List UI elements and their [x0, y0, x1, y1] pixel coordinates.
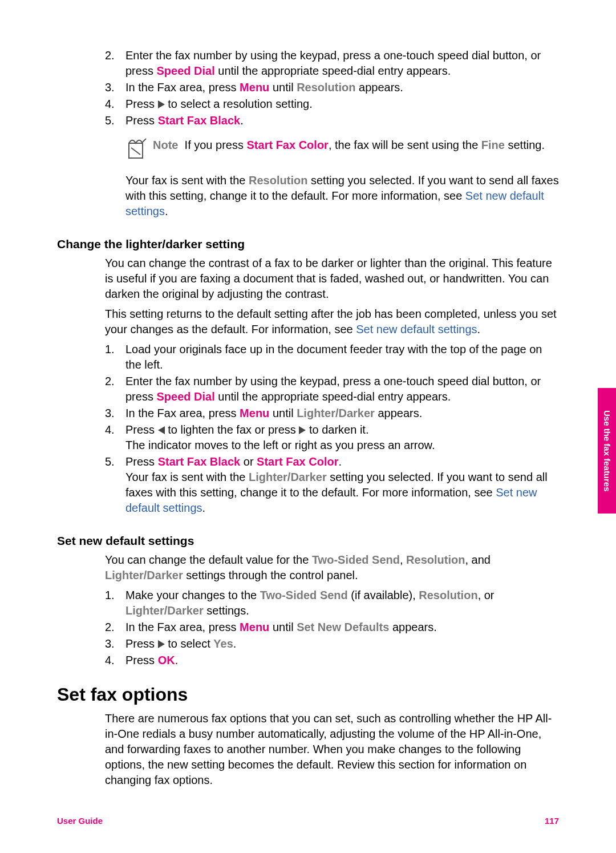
arrow-right-icon — [158, 640, 165, 648]
text: to select — [165, 637, 214, 650]
ui-label-lighter-darker: Lighter/Darker — [125, 604, 204, 617]
steps-default: 1. Make your changes to the Two-Sided Se… — [105, 588, 559, 668]
text: Press — [125, 637, 158, 650]
text: , the fax will be sent using the — [329, 139, 481, 151]
text: Press — [125, 654, 158, 666]
svg-line-1 — [143, 139, 146, 142]
text: setting. — [505, 139, 545, 151]
list-item: 5. Press Start Fax Black or Start Fax Co… — [105, 454, 559, 516]
ui-label-start-fax-black: Start Fax Black — [158, 455, 241, 468]
ui-label-menu: Menu — [240, 621, 269, 633]
paragraph: You can change the default value for the… — [105, 552, 559, 583]
paragraph: You can change the contrast of a fax to … — [105, 256, 559, 302]
text: In the Fax area, press — [125, 621, 240, 633]
ui-label-fine: Fine — [481, 139, 505, 151]
ui-label-start-fax-color: Start Fax Color — [257, 455, 338, 468]
text: until — [269, 81, 297, 94]
text: until the appropriate speed-dial entry a… — [215, 390, 451, 403]
ui-label-speed-dial: Speed Dial — [156, 390, 214, 403]
list-item: 1. Make your changes to the Two-Sided Se… — [105, 588, 559, 618]
text: . — [477, 323, 481, 335]
text: to lighten the fax or press — [165, 423, 299, 436]
text: . — [240, 114, 244, 127]
ui-label-resolution: Resolution — [249, 174, 307, 187]
text: . — [202, 502, 206, 514]
ui-label-yes: Yes — [213, 637, 233, 650]
svg-line-2 — [131, 148, 140, 155]
footer-page-number: 117 — [545, 816, 559, 826]
text: Press — [125, 114, 158, 127]
text: . — [175, 654, 179, 666]
link-set-new-default[interactable]: Set new default settings — [356, 323, 477, 335]
ui-label-lighter-darker: Lighter/Darker — [249, 471, 327, 483]
text: Your fax is sent with the — [125, 471, 249, 483]
paragraph: This setting returns to the default sett… — [105, 306, 559, 337]
step-number: 1. — [105, 342, 125, 373]
heading-set-fax-options: Set fax options — [57, 684, 559, 705]
ui-label-set-new-defaults: Set New Defaults — [297, 621, 389, 633]
ui-label-lighter-darker: Lighter/Darker — [105, 569, 183, 581]
text: , and — [465, 553, 490, 566]
note-label: Note — [153, 139, 178, 151]
steps-resolution: 2. Enter the fax number by using the key… — [105, 48, 559, 128]
step-number: 2. — [105, 374, 125, 405]
step-number: 3. — [105, 636, 125, 652]
text: . — [165, 205, 168, 217]
list-item: 3. Press to select Yes. — [105, 636, 559, 652]
text: (if available), — [348, 589, 419, 601]
arrow-right-icon — [299, 426, 306, 434]
step-number: 2. — [105, 48, 125, 79]
text: settings. — [204, 604, 249, 617]
text: until the appropriate speed-dial entry a… — [215, 64, 451, 77]
arrow-left-icon — [158, 426, 165, 434]
text: settings through the control panel. — [183, 569, 358, 581]
text: until — [269, 621, 297, 633]
ui-label-resolution: Resolution — [406, 553, 465, 566]
text: You can change the default value for the — [105, 553, 312, 566]
steps-lighter-darker: 1. Load your originals face up in the do… — [105, 342, 559, 516]
list-item: 4. Press to select a resolution setting. — [105, 96, 559, 112]
note-icon — [125, 138, 153, 163]
text: In the Fax area, press — [125, 407, 240, 419]
arrow-right-icon — [158, 100, 165, 108]
list-item: 1. Load your originals face up in the do… — [105, 342, 559, 373]
paragraph: There are numerous fax options that you … — [105, 711, 559, 788]
list-item: 3. In the Fax area, press Menu until Res… — [105, 80, 559, 95]
side-tab-label: Use the fax features — [602, 410, 612, 492]
step-number: 4. — [105, 96, 125, 112]
list-item: 5. Press Start Fax Black. — [105, 113, 559, 128]
ui-label-resolution: Resolution — [419, 589, 477, 601]
paragraph: Your fax is sent with the Resolution set… — [125, 173, 559, 219]
ui-label-start-fax-color: Start Fax Color — [247, 139, 329, 151]
ui-label-menu: Menu — [240, 407, 269, 419]
text: . — [338, 455, 342, 468]
text: or — [240, 455, 257, 468]
text: Press — [125, 455, 158, 468]
heading-set-new-default: Set new default settings — [57, 534, 559, 548]
text: appears. — [355, 81, 403, 94]
step-number: 4. — [105, 422, 125, 453]
text: This setting returns to the default sett… — [105, 308, 557, 335]
footer-left: User Guide — [57, 816, 103, 826]
step-number: 5. — [105, 113, 125, 128]
text: to select a resolution setting. — [165, 98, 313, 110]
text: . — [233, 637, 237, 650]
note-block: Note If you press Start Fax Color, the f… — [125, 138, 559, 163]
ui-label-two-sided-send: Two-Sided Send — [260, 589, 348, 601]
text: Press — [125, 98, 158, 110]
text: The indicator moves to the left or right… — [125, 439, 435, 451]
step-number: 3. — [105, 406, 125, 421]
text: appears. — [375, 407, 422, 419]
text: If you press — [185, 139, 247, 151]
heading-lighter-darker: Change the lighter/darker setting — [57, 237, 559, 251]
list-item: 3. In the Fax area, press Menu until Lig… — [105, 406, 559, 421]
text: , or — [478, 589, 495, 601]
ui-label-menu: Menu — [240, 81, 269, 94]
text: Press — [125, 423, 158, 436]
text: appears. — [389, 621, 436, 633]
list-item: 4. Press OK. — [105, 653, 559, 668]
text: until — [269, 407, 297, 419]
list-item: 2. Enter the fax number by using the key… — [105, 374, 559, 405]
step-number: 4. — [105, 653, 125, 668]
step-number: 1. — [105, 588, 125, 618]
